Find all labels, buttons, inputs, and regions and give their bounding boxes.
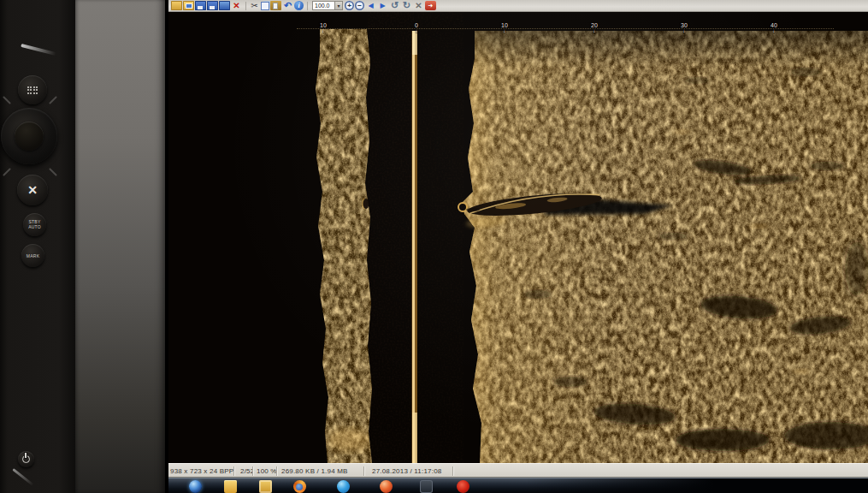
ruler-tick-30: 30 ↓ bbox=[681, 22, 688, 33]
grid-icon bbox=[27, 86, 38, 94]
ruler-tick-10-port: 10 ↓ bbox=[320, 22, 327, 33]
next-image-button[interactable]: ▶ bbox=[377, 1, 388, 10]
toolbar: ✕ ✂ ↶ i 100.0 ▾ + − ◀ ▶ ↺ ↻ ✕ ➜ bbox=[168, 0, 868, 12]
ruler-tick-40: 40 ↓ bbox=[771, 22, 777, 33]
paste-button[interactable] bbox=[270, 1, 281, 10]
down-arrow-icon: ↓ bbox=[681, 28, 688, 33]
close-file-button[interactable]: ✕ bbox=[413, 1, 424, 10]
dark-app-taskbar-icon[interactable] bbox=[420, 480, 433, 493]
copy-button[interactable] bbox=[261, 2, 269, 10]
status-bar: 938 x 723 x 24 BPP 2/52 100 % 269.80 KB … bbox=[168, 463, 868, 478]
ruler-tick-0: 0 ↓ bbox=[415, 22, 418, 33]
power-button bbox=[18, 451, 34, 467]
rotate-left-button[interactable]: ↺ bbox=[389, 1, 400, 10]
toolbar-separator bbox=[245, 2, 246, 10]
nadir-track-line bbox=[411, 31, 417, 463]
x-icon: ✕ bbox=[27, 183, 38, 197]
ruler-dotted-line bbox=[297, 28, 834, 29]
cancel-x-button: ✕ bbox=[17, 175, 48, 205]
down-arrow-icon: ↓ bbox=[501, 28, 508, 33]
joystick-corner-mark bbox=[3, 168, 11, 176]
reflection-highlight bbox=[21, 44, 56, 56]
sonar-viewer[interactable]: 10 ↓ 0 ↓ 10 ↓ 20 ↓ 30 ↓ 40 ↓ bbox=[168, 12, 868, 463]
slideshow-button[interactable] bbox=[219, 1, 230, 10]
status-file-size: 269.80 KB / 1.94 MB bbox=[281, 467, 348, 475]
joystick-corner-mark bbox=[49, 168, 57, 176]
port-target-object bbox=[362, 199, 369, 210]
rotate-right-button[interactable]: ↻ bbox=[401, 1, 412, 10]
start-button[interactable] bbox=[189, 480, 202, 493]
status-file-datetime: 27.08.2013 / 11:17:08 bbox=[372, 467, 441, 475]
joystick-corner-mark bbox=[3, 96, 11, 104]
mark-label: MARK bbox=[27, 253, 40, 258]
previous-image-button[interactable]: ◀ bbox=[365, 1, 376, 10]
zoom-in-button[interactable]: + bbox=[345, 1, 354, 10]
zoom-out-button[interactable]: − bbox=[355, 1, 364, 10]
zoom-percent-value: 100.0 bbox=[313, 3, 334, 9]
sonar-image[interactable] bbox=[168, 12, 868, 463]
toolbar-separator bbox=[307, 2, 308, 10]
exit-button[interactable]: ➜ bbox=[425, 1, 436, 10]
save-as-button[interactable] bbox=[207, 1, 218, 10]
status-zoom-level: 100 % bbox=[257, 467, 277, 475]
firefox-taskbar-icon[interactable] bbox=[293, 480, 306, 493]
delete-button[interactable]: ✕ bbox=[231, 1, 242, 10]
reflection-highlight bbox=[12, 468, 33, 486]
documents-taskbar-icon[interactable] bbox=[259, 480, 272, 493]
menu-grid-button bbox=[18, 75, 47, 104]
photo-of-sonar-workstation: ✕ STBY AUTO MARK ✕ ✂ ↶ bbox=[0, 0, 868, 493]
down-arrow-icon: ↓ bbox=[771, 28, 777, 33]
taskbar bbox=[168, 478, 868, 493]
ruler-tick-10: 10 ↓ bbox=[501, 22, 508, 33]
down-arrow-icon: ↓ bbox=[320, 28, 327, 33]
joystick-corner-mark bbox=[49, 96, 57, 104]
control-panel-device: ✕ STBY AUTO MARK bbox=[0, 0, 75, 493]
monitor-screen: ✕ ✂ ↶ i 100.0 ▾ + − ◀ ▶ ↺ ↻ ✕ ➜ bbox=[165, 0, 868, 493]
auto-label: AUTO bbox=[28, 225, 41, 230]
joystick-cap bbox=[15, 122, 44, 151]
save-button[interactable] bbox=[195, 1, 206, 10]
thumbnails-button[interactable] bbox=[183, 1, 194, 10]
red-app-taskbar-icon[interactable] bbox=[380, 480, 393, 493]
joystick-knob bbox=[1, 108, 57, 164]
blue-app-taskbar-icon[interactable] bbox=[337, 480, 350, 493]
starboard-seafloor bbox=[459, 27, 868, 463]
stby-auto-button: STBY AUTO bbox=[23, 213, 46, 236]
red-flower-taskbar-icon[interactable] bbox=[457, 480, 469, 493]
ruler-tick-20: 20 ↓ bbox=[591, 22, 598, 33]
info-button[interactable]: i bbox=[294, 1, 304, 10]
undo-button[interactable]: ↶ bbox=[282, 1, 293, 10]
down-arrow-icon: ↓ bbox=[591, 28, 598, 33]
down-arrow-icon: ↓ bbox=[415, 28, 418, 33]
chevron-down-icon[interactable]: ▾ bbox=[334, 2, 342, 9]
zoom-percent-combobox[interactable]: 100.0 ▾ bbox=[312, 1, 343, 10]
status-image-dimensions: 938 x 723 x 24 BPP bbox=[170, 467, 233, 475]
open-button[interactable] bbox=[171, 1, 182, 10]
ring-object bbox=[458, 203, 467, 211]
folder-taskbar-icon[interactable] bbox=[224, 480, 237, 493]
cut-button[interactable]: ✂ bbox=[249, 1, 260, 10]
mark-button: MARK bbox=[21, 244, 44, 267]
monitor-bezel bbox=[75, 0, 165, 493]
